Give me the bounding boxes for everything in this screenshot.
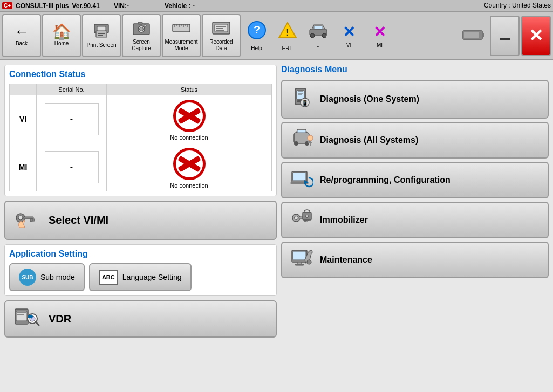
svg-rect-38 <box>30 219 32 222</box>
svg-rect-75 <box>297 262 302 264</box>
col-serial-header: Serial No. <box>37 84 107 95</box>
app-setting-buttons: SUB Sub mode ABC Language Setting <box>9 263 272 291</box>
diagnosis-one-system-button[interactable]: 📱 Diagnosis (One System) <box>281 80 549 119</box>
svg-text:📱: 📱 <box>302 99 309 106</box>
vin-display: VIN:- <box>114 2 129 10</box>
screen-capture-label: Screen Capture <box>125 39 158 52</box>
svg-rect-43 <box>17 314 24 315</box>
mi-no-connection-text: No connection <box>109 182 269 189</box>
reprogramming-label: Re/programming, Configuration <box>320 175 450 185</box>
svg-line-46 <box>36 322 39 325</box>
car-icon <box>306 22 330 42</box>
battery-icon <box>462 26 486 46</box>
reprogramming-icon <box>290 168 313 192</box>
help-icon: ? <box>247 20 267 44</box>
print-screen-button[interactable]: Print Screen <box>82 14 121 57</box>
svg-rect-9 <box>144 25 146 26</box>
vi-no-connection-icon <box>173 100 206 132</box>
vdr-button[interactable]: VDR <box>4 300 277 338</box>
vi-serial-value: - <box>70 114 73 124</box>
mi-label: MI <box>377 42 383 48</box>
vdr-icon <box>14 307 42 331</box>
svg-rect-76 <box>295 264 304 265</box>
sub-mode-icon: SUB <box>19 269 36 286</box>
mi-serial-box: - <box>45 151 99 183</box>
help-button[interactable]: ? Help <box>242 14 271 57</box>
battery-button[interactable] <box>459 14 488 57</box>
language-icon: ABC <box>99 270 118 285</box>
immobilizer-icon <box>290 208 313 232</box>
vi-button[interactable]: ✕ VI <box>334 14 364 57</box>
left-panel: Connection Status Serial No. Status VI - <box>4 65 277 388</box>
vi-label: VI <box>346 42 351 48</box>
svg-rect-56 <box>297 130 306 133</box>
language-setting-label: Language Setting <box>122 273 182 281</box>
reprogramming-button[interactable]: Re/programming, Configuration <box>281 162 549 198</box>
vi-row: VI - No connection <box>10 95 272 143</box>
car-label: - <box>317 43 319 49</box>
svg-rect-20 <box>216 26 226 27</box>
print-screen-icon <box>92 23 111 41</box>
car-button[interactable]: - <box>303 14 333 57</box>
country-label: Country : United States <box>484 2 551 9</box>
app-setting-title: Application Setting <box>9 249 272 259</box>
diagnosis-one-system-label: Diagnosis (One System) <box>320 94 419 104</box>
minimize-button[interactable] <box>490 16 520 56</box>
svg-point-28 <box>310 33 315 38</box>
select-vi-mi-button[interactable]: Select VI/MI <box>4 201 277 240</box>
back-label: Back <box>16 40 28 47</box>
svg-rect-39 <box>32 219 35 221</box>
vehicle-display: Vehicle : - <box>165 2 195 10</box>
svg-point-59 <box>308 135 313 141</box>
measurement-icon <box>172 20 191 38</box>
diagnosis-menu-title: Diagnosis Menu <box>281 65 549 74</box>
svg-rect-42 <box>17 312 26 313</box>
main-content: Connection Status Serial No. Status VI - <box>0 60 553 392</box>
select-vi-mi-label: Select VI/MI <box>49 214 108 226</box>
recorded-data-button[interactable]: Recorded Data <box>202 14 241 57</box>
back-icon: ← <box>14 24 29 39</box>
back-button[interactable]: ← Back <box>2 14 41 57</box>
diagnosis-all-systems-button[interactable]: Diagnosis (All Systems) <box>281 122 549 159</box>
sub-mode-button[interactable]: SUB Sub mode <box>9 263 85 291</box>
svg-point-29 <box>322 33 326 38</box>
immobilizer-button[interactable]: Immobilizer <box>281 202 549 238</box>
home-icon: 🏠 <box>52 24 71 39</box>
svg-rect-33 <box>464 32 479 38</box>
toolbar: ← Back 🏠 Home Print Screen <box>0 12 553 60</box>
vi-x-icon: ✕ <box>343 23 355 41</box>
svg-rect-37 <box>24 217 33 219</box>
maintenance-button[interactable]: Maintenance <box>281 242 549 278</box>
home-label: Home <box>54 40 69 47</box>
svg-text:!: ! <box>286 28 289 37</box>
toolbar-right: ✕ <box>459 14 551 57</box>
close-button[interactable]: ✕ <box>521 16 551 56</box>
language-setting-button[interactable]: ABC Language Setting <box>89 263 192 291</box>
mi-button[interactable]: ✕ MI <box>365 14 394 57</box>
connection-status-panel: Connection Status Serial No. Status VI - <box>4 65 277 196</box>
svg-point-67 <box>295 216 298 220</box>
ert-button[interactable]: ! ERT <box>272 14 302 57</box>
col-empty <box>10 84 37 95</box>
maintenance-icon <box>290 248 313 272</box>
diagnosis-one-system-icon: 📱 <box>290 86 313 112</box>
svg-rect-34 <box>500 38 510 40</box>
screen-capture-button[interactable]: Screen Capture <box>122 14 161 57</box>
svg-rect-2 <box>97 26 106 31</box>
select-vi-mi-icon <box>14 207 42 233</box>
language-icon-text: ABC <box>102 274 115 280</box>
vi-label-cell: VI <box>10 95 37 143</box>
country-info: Country : United States <box>484 2 551 10</box>
measurement-mode-button[interactable]: Measurement Mode <box>162 14 201 57</box>
vi-serial-box: - <box>45 103 99 135</box>
home-button[interactable]: 🏠 Home <box>42 14 81 57</box>
diagnosis-all-systems-label: Diagnosis (All Systems) <box>320 135 418 145</box>
svg-point-36 <box>18 216 23 220</box>
vi-no-connection-text: No connection <box>109 134 269 141</box>
mi-x-icon: ✕ <box>373 23 386 41</box>
ert-label: ERT <box>282 45 293 51</box>
title-bar: C+ CONSULT-III plus Ver.90.41 VIN:- Vehi… <box>0 0 553 12</box>
sub-mode-icon-text: SUB <box>22 274 33 280</box>
title-left: C+ CONSULT-III plus Ver.90.41 VIN:- Vehi… <box>2 2 195 10</box>
connection-status-title: Connection Status <box>9 70 272 79</box>
